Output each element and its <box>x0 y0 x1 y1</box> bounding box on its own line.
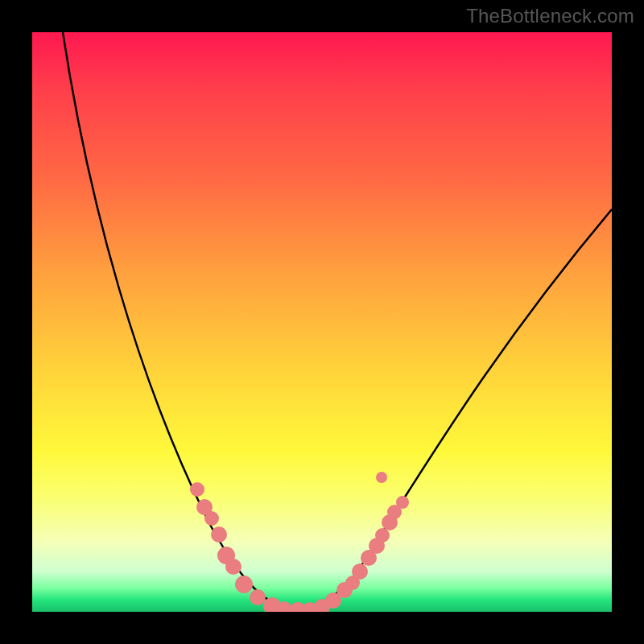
data-point-marker <box>376 472 387 483</box>
data-point-marker <box>375 528 390 543</box>
chart-svg <box>32 32 612 612</box>
data-point-marker <box>396 496 409 509</box>
bottleneck-curve <box>63 32 612 609</box>
data-point-marker <box>190 482 204 497</box>
watermark-text: TheBottleneck.com <box>466 5 634 27</box>
data-point-marker <box>250 589 266 605</box>
data-point-marker <box>204 511 219 526</box>
data-point-marker <box>225 559 242 575</box>
data-point-marker <box>235 576 253 593</box>
chart-container: TheBottleneck.com <box>0 0 644 644</box>
data-point-marker <box>352 564 368 580</box>
marker-group <box>190 472 409 612</box>
data-point-marker <box>211 526 227 543</box>
plot-area <box>32 32 612 612</box>
